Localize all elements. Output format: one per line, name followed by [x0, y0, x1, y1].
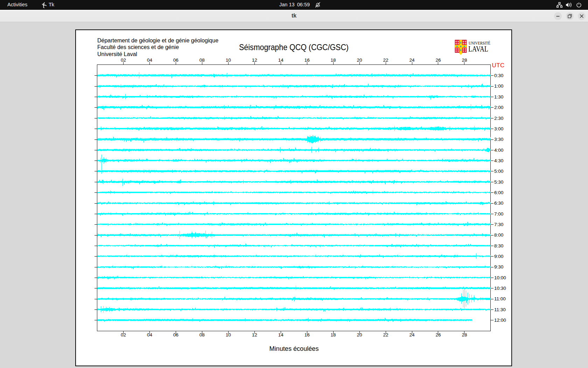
svg-text:26: 26	[435, 332, 441, 338]
svg-text:24: 24	[410, 57, 415, 63]
svg-text:02: 02	[121, 332, 126, 338]
svg-text:24: 24	[410, 332, 415, 338]
svg-text:9:00: 9:00	[494, 254, 503, 259]
svg-text:22: 22	[383, 57, 388, 63]
svg-text:5:00: 5:00	[494, 169, 503, 174]
svg-text:04: 04	[147, 57, 153, 63]
svg-text:8:30: 8:30	[494, 243, 503, 248]
svg-text:20: 20	[357, 332, 362, 338]
svg-text:Faculté des sciences et de gén: Faculté des sciences et de génie	[97, 44, 179, 50]
svg-text:02: 02	[121, 57, 126, 63]
svg-text:08: 08	[200, 332, 205, 338]
svg-text:22: 22	[383, 332, 388, 338]
svg-text:6:00: 6:00	[494, 190, 503, 195]
svg-text:7:00: 7:00	[494, 211, 503, 217]
svg-text:11:00: 11:00	[494, 296, 506, 301]
svg-text:06: 06	[173, 332, 178, 338]
svg-text:1:00: 1:00	[494, 83, 503, 89]
svg-text:2:00: 2:00	[494, 105, 503, 110]
svg-text:14: 14	[278, 332, 284, 338]
svg-text:7:30: 7:30	[494, 222, 503, 227]
svg-text:12: 12	[252, 57, 257, 63]
svg-text:9:30: 9:30	[494, 264, 503, 270]
svg-text:5:30: 5:30	[494, 179, 503, 185]
svg-text:10:00: 10:00	[494, 275, 506, 280]
svg-text:26: 26	[435, 57, 441, 63]
svg-text:12: 12	[252, 332, 257, 338]
svg-text:3:00: 3:00	[494, 126, 503, 131]
svg-text:08: 08	[200, 57, 205, 63]
svg-text:16: 16	[304, 332, 310, 338]
svg-text:0:30: 0:30	[494, 73, 503, 78]
svg-text:12:00: 12:00	[494, 318, 506, 323]
svg-text:18: 18	[331, 332, 336, 338]
svg-text:Séismographe QCQ (CGC/GSC): Séismographe QCQ (CGC/GSC)	[239, 42, 349, 52]
svg-text:04: 04	[147, 332, 153, 338]
svg-text:10:30: 10:30	[494, 286, 506, 291]
svg-text:18: 18	[331, 57, 336, 63]
svg-text:11:30: 11:30	[494, 307, 506, 312]
svg-text:20: 20	[357, 57, 362, 63]
svg-text:10: 10	[226, 332, 231, 338]
svg-text:Université Laval: Université Laval	[97, 51, 137, 57]
svg-text:2:30: 2:30	[494, 116, 503, 121]
svg-text:Département de géologie et de: Département de géologie et de génie géol…	[97, 38, 218, 43]
svg-text:LAVAL: LAVAL	[468, 44, 488, 53]
svg-text:28: 28	[462, 332, 467, 338]
svg-text:1:30: 1:30	[494, 94, 503, 100]
svg-text:Minutes écoulées: Minutes écoulées	[270, 345, 319, 352]
svg-text:28: 28	[462, 57, 467, 63]
svg-text:UTC: UTC	[492, 62, 505, 69]
svg-text:10: 10	[226, 57, 231, 63]
svg-text:3:30: 3:30	[494, 137, 503, 142]
svg-text:6:30: 6:30	[494, 200, 503, 206]
svg-text:16: 16	[304, 57, 310, 63]
svg-text:4:00: 4:00	[494, 148, 503, 153]
svg-text:06: 06	[173, 57, 178, 63]
svg-text:14: 14	[278, 57, 284, 63]
svg-text:4:30: 4:30	[494, 158, 503, 163]
svg-text:8:00: 8:00	[494, 232, 503, 238]
